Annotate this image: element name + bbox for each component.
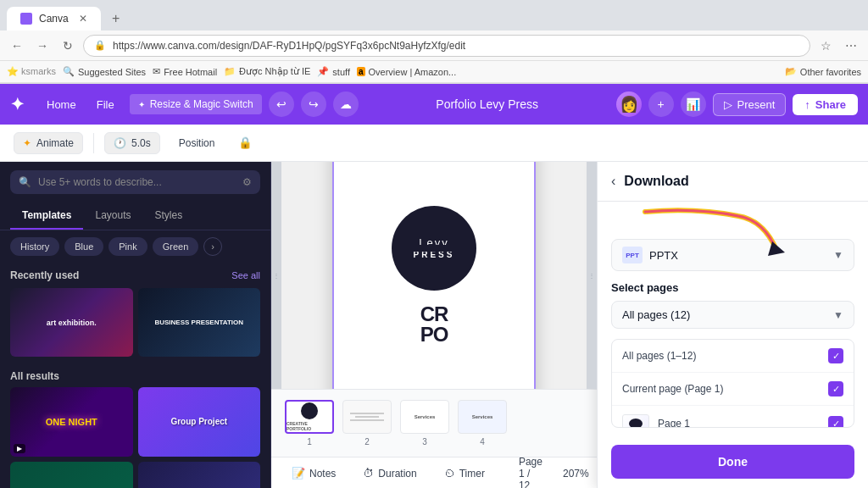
checkbox-current-page[interactable]: ✓	[828, 381, 843, 396]
top-toolbar: ✦ Home File ✦ Resize & Magic Switch ↩ ↪ …	[0, 84, 868, 125]
thumbnail-4[interactable]: Services 4	[458, 400, 507, 446]
duration-button[interactable]: 🕐 5.0s	[104, 132, 160, 154]
tab-templates[interactable]: Templates	[10, 202, 83, 230]
present-button[interactable]: ▷ Present	[713, 93, 787, 116]
duration-icon: ⏱	[363, 467, 374, 480]
home-menu-item[interactable]: Home	[38, 95, 85, 114]
tab-close-icon[interactable]: ✕	[79, 13, 87, 25]
lock-icon: 🔒	[94, 40, 106, 51]
page-item-all[interactable]: All pages (1–12) ✓	[612, 340, 854, 373]
results-grid: ONE NIGHT ▶ Group Project AGRIFARM	[0, 387, 270, 488]
sidebar-search: 🔍 ⚙	[0, 162, 270, 202]
search-input[interactable]	[38, 176, 236, 188]
canvas-frame: Levy PRESS CR PO www.levypress.com	[332, 162, 536, 389]
url-text: https://www.canva.com/design/DAF-RyD1HpQ…	[113, 40, 465, 52]
select-pages-group: Select pages All pages (12) ▼	[611, 281, 854, 329]
back-button[interactable]: ←	[7, 36, 27, 56]
bookmark-amazon[interactable]: a Overview | Amazon...	[357, 67, 456, 77]
panel-title: Download	[624, 174, 688, 189]
checkbox-all-pages[interactable]: ✓	[828, 348, 843, 363]
reload-button[interactable]: ↻	[58, 36, 78, 56]
right-resize-handle[interactable]: ⋮	[587, 162, 597, 389]
share-button[interactable]: ↑ Share	[793, 94, 858, 115]
animate-button[interactable]: ✦ Animate	[14, 132, 83, 154]
chip-green[interactable]: Green	[153, 237, 199, 256]
svg-marker-0	[768, 241, 785, 256]
avatar[interactable]: 👩	[616, 92, 642, 117]
sidebar: 🔍 ⚙ Templates Layouts Styles History Blu…	[0, 162, 271, 488]
zoom-level: 207%	[563, 468, 589, 480]
bookmarks-label: ⭐ ksmarks	[7, 66, 56, 77]
select-pages-label: Select pages	[611, 281, 679, 294]
thumbnail-1[interactable]: CREATIVE PORTFOLIO 1	[285, 400, 334, 446]
bookmark-hotmail[interactable]: ✉Free Hotmail	[153, 66, 217, 77]
add-collaborator-button[interactable]: +	[648, 92, 674, 117]
result-thumb-agri[interactable]: AGRIFARM	[10, 462, 133, 488]
pages-chevron-icon: ▼	[833, 309, 843, 321]
result-thumb-night[interactable]: ONE NIGHT ▶	[10, 387, 133, 456]
thumb-num-1: 1	[307, 437, 312, 446]
page-item-current[interactable]: Current page (Page 1) ✓	[612, 373, 854, 406]
result-thumb-group[interactable]: Group Project	[138, 387, 261, 456]
tab-styles[interactable]: Styles	[143, 202, 195, 230]
template-grid: art exhibition. BUSINESS PRESENTATION	[10, 288, 260, 357]
file-menu-item[interactable]: File	[88, 95, 123, 114]
resize-magic-switch-button[interactable]: ✦ Resize & Magic Switch	[130, 94, 262, 114]
page-info: Page 1 / 12	[519, 456, 542, 489]
redo-button[interactable]: ↪	[301, 92, 326, 117]
thumbnail-2[interactable]: 2	[342, 400, 392, 446]
thumb-preview-3: Services	[400, 400, 449, 434]
new-tab-button[interactable]: +	[104, 7, 128, 30]
clock-icon: 🕐	[114, 137, 126, 149]
tab-layouts[interactable]: Layouts	[83, 202, 142, 230]
search-box[interactable]: 🔍 ⚙	[10, 170, 260, 194]
duration-bottom-button[interactable]: ⏱ Duration	[356, 463, 423, 483]
template-thumb-art[interactable]: art exhibition.	[10, 288, 133, 357]
active-tab[interactable]: Canva ✕	[7, 7, 101, 30]
chip-history[interactable]: History	[10, 237, 59, 256]
forward-button[interactable]: →	[32, 36, 53, 56]
done-button[interactable]: Done	[611, 445, 854, 479]
browser-nav: ← → ↻ 🔒 https://www.canva.com/design/DAF…	[0, 30, 868, 61]
panel-header: ‹ Download	[598, 162, 868, 202]
thumb-preview-1: CREATIVE PORTFOLIO	[285, 400, 334, 434]
bookmark-stuff[interactable]: 📌stuff	[317, 66, 350, 77]
page-item-1[interactable]: Page 1 ✓	[612, 406, 854, 428]
other-favorites[interactable]: 📂Other favorites	[785, 66, 861, 77]
notes-icon: 📝	[292, 467, 305, 480]
see-all-link[interactable]: See all	[231, 270, 260, 280]
chip-more-button[interactable]: ›	[203, 237, 222, 256]
left-resize-handle[interactable]: ⋮	[271, 162, 281, 389]
filter-icon[interactable]: ⚙	[242, 176, 252, 188]
bookmark-suggested[interactable]: 🔍Suggested Sites	[63, 66, 146, 77]
pages-selector[interactable]: All pages (12) ▼	[611, 301, 854, 329]
panel-back-button[interactable]: ‹	[611, 174, 615, 189]
cloud-save-button[interactable]: ☁	[333, 92, 359, 117]
result-thumb-museum[interactable]: porcelle museum gallery	[138, 462, 261, 488]
undo-button[interactable]: ↩	[269, 92, 294, 117]
app-container: ✦ Home File ✦ Resize & Magic Switch ↩ ↪ …	[0, 84, 868, 488]
timer-icon: ⏲	[444, 467, 455, 480]
pages-label: All pages (12)	[622, 308, 690, 321]
sidebar-chips: History Blue Pink Green ›	[0, 230, 270, 263]
chip-blue[interactable]: Blue	[64, 237, 103, 256]
chart-button[interactable]: 📊	[681, 92, 706, 117]
bookmark-nhap[interactable]: 📁Được Nhập từ IE	[224, 66, 310, 77]
notes-button[interactable]: 📝 Notes	[285, 463, 342, 483]
extensions-button[interactable]: ⋯	[841, 36, 861, 56]
magic-stars-icon: ✦	[138, 100, 145, 109]
animate-star-icon: ✦	[23, 137, 31, 149]
thumbnail-3[interactable]: Services 3	[400, 400, 449, 446]
secondary-toolbar: ✦ Animate 🕐 5.0s Position 🔒	[0, 125, 868, 162]
position-button[interactable]: Position	[170, 133, 224, 153]
checkbox-page-1[interactable]: ✓	[828, 416, 843, 428]
timer-button[interactable]: ⏲ Timer	[437, 463, 492, 483]
address-bar[interactable]: 🔒 https://www.canva.com/design/DAF-RyD1H…	[83, 35, 810, 57]
project-title: Porfolio Levy Press	[436, 97, 538, 111]
tab-bar: Canva ✕ +	[0, 0, 868, 30]
lock-button[interactable]: 🔒	[233, 131, 257, 155]
bookmark-button[interactable]: ☆	[815, 36, 836, 56]
toolbar-divider-1	[93, 133, 94, 153]
chip-pink[interactable]: Pink	[108, 237, 147, 256]
template-thumb-biz[interactable]: BUSINESS PRESENTATION	[138, 288, 261, 357]
